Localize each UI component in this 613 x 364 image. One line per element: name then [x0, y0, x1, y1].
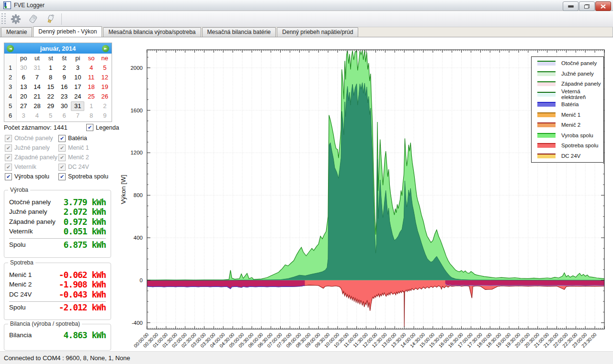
- calendar-day[interactable]: 8: [44, 73, 57, 82]
- checkbox[interactable]: ✔: [58, 173, 66, 180]
- calendar-day[interactable]: 16: [57, 82, 71, 92]
- calendar-day[interactable]: 15: [44, 82, 57, 92]
- chart-legend: Otočné panelyJužné panelyZápadné panelyV…: [531, 56, 604, 163]
- svg-text:800: 800: [134, 192, 143, 198]
- minimize-icon: [568, 5, 574, 8]
- toolbar-grip[interactable]: [4, 13, 6, 25]
- tab-page: ◄ január, 2014 ► poutstštpisone130311234…: [0, 37, 613, 352]
- calendar-title[interactable]: január, 2014: [16, 45, 100, 52]
- calendar-day[interactable]: 13: [17, 82, 30, 92]
- calendar-day[interactable]: 4: [30, 111, 44, 121]
- calendar-day[interactable]: 3: [17, 111, 30, 121]
- tab-4[interactable]: Denný priebeh napätie/prúd: [277, 27, 358, 37]
- series-checkbox-label: Veterník: [14, 164, 36, 170]
- calendar-day[interactable]: 22: [44, 92, 57, 101]
- checkbox[interactable]: ✔: [5, 173, 12, 180]
- connect-device-button[interactable]: [26, 12, 40, 26]
- calendar-next-icon[interactable]: ►: [102, 45, 109, 52]
- calendar-prev-icon[interactable]: ◄: [7, 45, 14, 52]
- minimize-button[interactable]: [563, 1, 579, 11]
- settings-gear-icon: [10, 13, 22, 25]
- calendar-day[interactable]: 5: [98, 63, 112, 73]
- calendar-day[interactable]: 10: [71, 73, 84, 82]
- calendar-day[interactable]: 11: [84, 73, 98, 82]
- calendar-day[interactable]: 2: [57, 63, 71, 73]
- calendar-day[interactable]: 9: [98, 111, 112, 121]
- calendar-day[interactable]: 4: [84, 63, 98, 73]
- legend-entry-label: Spotreba spolu: [561, 143, 598, 148]
- series-checkbox-6: ✔Menič 1: [58, 143, 115, 153]
- legend-swatch: [537, 112, 556, 117]
- disconnect-button[interactable]: [43, 12, 57, 26]
- check-mark-icon: ✔: [6, 136, 11, 141]
- tab-2[interactable]: Mesačná bilancia výroba/spotreba: [103, 27, 201, 37]
- chart-legend-entry-0: Otočné panely: [537, 58, 603, 68]
- energy-row: Bilancia4.863 kWh: [4, 330, 111, 340]
- check-mark-icon: ✔: [6, 155, 11, 160]
- legend-checkbox-row[interactable]: ✔Legenda: [86, 124, 119, 131]
- calendar-day-selected[interactable]: 31: [71, 101, 84, 111]
- calendar-day[interactable]: 6: [57, 111, 71, 121]
- energy-total-value: 6.875 kWh: [63, 240, 106, 250]
- calendar-day[interactable]: 27: [17, 101, 30, 111]
- calendar-day[interactable]: 12: [98, 73, 112, 82]
- calendar-day[interactable]: 24: [71, 92, 84, 101]
- bilancia-groupbox-title: Bilancia (výroba / spotreba): [8, 320, 82, 327]
- calendar-day[interactable]: 29: [44, 101, 57, 111]
- calendar-day[interactable]: 3: [71, 63, 84, 73]
- calendar-day[interactable]: 23: [57, 92, 71, 101]
- svg-text:0: 0: [140, 277, 143, 283]
- calendar-day[interactable]: 14: [30, 82, 44, 92]
- calendar-day[interactable]: 31: [30, 63, 44, 73]
- chart-legend-entry-5: Menič 1: [537, 110, 603, 120]
- calendar-day[interactable]: 8: [84, 111, 98, 121]
- calendar-day[interactable]: 6: [17, 73, 30, 82]
- calendar-day[interactable]: 21: [30, 92, 44, 101]
- calendar-day[interactable]: 30: [57, 101, 71, 111]
- series-checkbox-5[interactable]: ✔Batéria: [58, 133, 115, 143]
- calendar-day[interactable]: 20: [17, 92, 30, 101]
- tab-1[interactable]: Denný priebeh - Výkon: [33, 26, 102, 37]
- calendar-day[interactable]: 2: [98, 101, 112, 111]
- calendar-day[interactable]: 26: [98, 92, 112, 101]
- toolbar-grip[interactable]: [1, 13, 3, 25]
- series-checkbox-label: Menič 2: [68, 154, 89, 161]
- energy-row-value: 0.972 kWh: [63, 217, 106, 227]
- chart-legend-entry-7: Vyroba spolu: [537, 131, 603, 140]
- energy-total-label: Spolu: [9, 241, 26, 248]
- weekday-header: št: [57, 54, 71, 63]
- calendar-day[interactable]: 30: [17, 63, 30, 73]
- series-checkbox-4[interactable]: ✔Výroba spolu: [5, 172, 58, 181]
- calendar-day[interactable]: 18: [84, 82, 98, 92]
- calendar-day[interactable]: 9: [57, 73, 71, 82]
- calendar-day[interactable]: 5: [44, 111, 57, 121]
- series-checkbox-9[interactable]: ✔Spotreba spolu: [58, 172, 115, 181]
- title-bar: FVE Logger: [0, 0, 613, 11]
- week-number: 2: [4, 73, 17, 82]
- svg-text:2000: 2000: [130, 65, 143, 71]
- serial-device-icon: [27, 13, 39, 25]
- calendar-day[interactable]: 25: [84, 92, 98, 101]
- calendar-day[interactable]: 17: [71, 82, 84, 92]
- tab-0[interactable]: Meranie: [1, 27, 32, 37]
- series-checkbox-label: Južné panely: [14, 144, 50, 151]
- restore-button[interactable]: [579, 1, 595, 11]
- calendar-day[interactable]: 1: [44, 63, 57, 73]
- checkbox[interactable]: ✔: [58, 135, 66, 142]
- checkbox: ✔: [58, 144, 66, 152]
- calendar-day[interactable]: 7: [30, 73, 44, 82]
- close-button[interactable]: [595, 1, 611, 11]
- record-count-label: Počet záznamov:: [4, 124, 52, 131]
- chart-legend-entry-1: Južné panely: [537, 69, 603, 78]
- checkbox[interactable]: ✔: [86, 124, 93, 131]
- chart-legend-entry-4: Batéria: [537, 99, 603, 109]
- energy-row-value: 0.051 kWh: [63, 226, 106, 236]
- calendar-day[interactable]: 7: [71, 111, 84, 121]
- calendar-day[interactable]: 19: [98, 82, 112, 92]
- calendar-day[interactable]: 28: [30, 101, 44, 111]
- energy-row: Menič 1-0.062 kWh: [4, 270, 111, 280]
- tab-3[interactable]: Mesačná bilancia batérie: [202, 27, 276, 37]
- calendar-day[interactable]: 1: [84, 101, 98, 111]
- settings-button[interactable]: [9, 12, 23, 26]
- weekday-header: pi: [71, 54, 84, 63]
